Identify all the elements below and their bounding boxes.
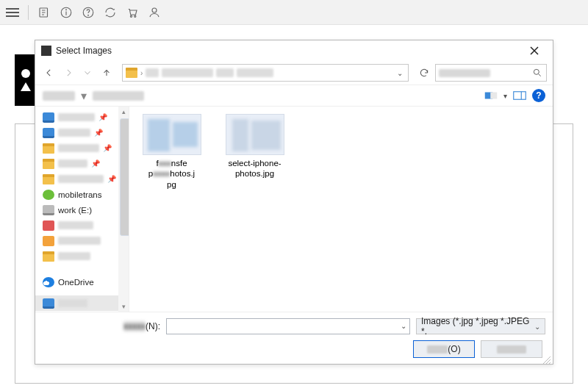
address-dropdown[interactable]: ⌄ <box>395 69 405 77</box>
file-list[interactable]: fxxxnsfepxxxxhotos.jpg select-iphone-pho… <box>129 107 553 312</box>
svg-rect-12 <box>514 92 526 100</box>
file-caption: select-iphone-photos.jpg <box>220 158 290 179</box>
dialog-titlebar: Select Images <box>35 40 553 61</box>
chevron-right-icon: › <box>140 69 143 77</box>
tree-item[interactable]: 📌 <box>35 171 129 187</box>
menu-icon[interactable] <box>6 8 19 17</box>
search-placeholder <box>439 69 490 77</box>
help-icon[interactable] <box>82 6 95 19</box>
file-caption: fxxxnsfepxxxxhotos.jpg <box>148 158 195 190</box>
command-item[interactable] <box>43 91 75 101</box>
svg-point-6 <box>130 15 132 17</box>
dialog-title: Select Images <box>56 46 112 56</box>
close-button[interactable] <box>522 42 547 60</box>
dialog-app-icon <box>41 46 51 56</box>
svg-point-7 <box>135 15 136 17</box>
tree-item[interactable] <box>35 248 129 264</box>
filter-dropdown-icon: ⌄ <box>534 323 540 331</box>
svg-rect-11 <box>490 93 497 99</box>
svg-point-5 <box>88 15 89 15</box>
file-dialog: Select Images › ⌄ ▾ ▾ <box>35 40 553 365</box>
filename-dropdown[interactable]: ⌄ <box>401 319 406 330</box>
filter-label: Images (*.jpg *.jpeg *.JPEG *. <box>421 316 534 337</box>
help-button[interactable]: ? <box>532 89 545 102</box>
refresh-button[interactable] <box>416 65 432 81</box>
svg-point-3 <box>66 9 67 10</box>
tree-item[interactable] <box>35 218 129 233</box>
tree-item-onedrive[interactable]: OneDrive <box>35 274 129 290</box>
folder-icon <box>126 68 137 78</box>
tree-item-selected[interactable] <box>35 295 129 311</box>
file-item[interactable]: select-iphone-photos.jpg <box>220 114 290 190</box>
file-thumbnail <box>143 114 201 155</box>
tree-item[interactable] <box>35 233 129 248</box>
tree-item[interactable]: 📌 <box>35 110 129 125</box>
tree-item[interactable]: 📌 <box>35 140 129 156</box>
info-icon[interactable] <box>60 6 73 19</box>
address-segment <box>146 68 159 77</box>
forward-button[interactable] <box>60 65 76 81</box>
tree-item-mobiletrans[interactable]: mobiletrans📌 <box>35 187 129 202</box>
command-item[interactable] <box>93 91 144 101</box>
view-mode-icon[interactable] <box>484 90 498 101</box>
resize-grip[interactable] <box>542 354 551 362</box>
scroll-thumb[interactable] <box>120 118 129 236</box>
folder-tree[interactable]: 📌 📌 📌 📌 📌 mobiletrans📌 work (E:) OneDriv… <box>35 107 129 312</box>
cancel-button[interactable] <box>481 340 542 358</box>
tree-item[interactable]: 📌 <box>35 156 129 171</box>
address-bar[interactable]: › ⌄ <box>122 64 409 82</box>
user-icon[interactable] <box>148 6 161 19</box>
filename-label: xxxxx(N): <box>43 321 160 331</box>
address-segment <box>162 68 213 77</box>
side-badge <box>15 54 37 106</box>
search-input[interactable] <box>435 64 547 82</box>
app-toolbar <box>0 0 588 25</box>
scroll-up-icon[interactable]: ▴ <box>118 107 129 117</box>
up-button[interactable] <box>98 65 115 81</box>
open-button[interactable]: (O) <box>413 340 475 358</box>
tree-item-work-drive[interactable]: work (E:) <box>35 202 129 218</box>
preview-pane-icon[interactable] <box>513 90 526 101</box>
sync-icon[interactable] <box>104 6 117 19</box>
note-icon[interactable] <box>37 6 51 19</box>
file-thumbnail <box>226 114 284 155</box>
file-type-filter[interactable]: Images (*.jpg *.jpeg *.JPEG *. ⌄ <box>416 318 545 334</box>
scroll-down-icon[interactable]: ▾ <box>118 301 129 312</box>
tree-item[interactable] <box>35 311 129 312</box>
recent-dropdown[interactable] <box>79 65 96 81</box>
search-icon <box>532 68 542 80</box>
filename-input[interactable]: ⌄ <box>166 318 410 334</box>
file-item[interactable]: fxxxnsfepxxxxhotos.jpg <box>137 114 207 190</box>
address-segment <box>237 68 273 77</box>
cart-icon[interactable] <box>126 6 139 19</box>
tree-item[interactable]: 📌 <box>35 125 129 140</box>
back-button[interactable] <box>41 65 57 81</box>
svg-point-9 <box>534 69 539 74</box>
command-bar: ▾ ▾ ? <box>35 85 553 107</box>
address-segment <box>216 68 234 77</box>
dialog-navbar: › ⌄ <box>35 61 553 85</box>
sidebar-scrollbar[interactable]: ▴ ▾ <box>118 107 129 312</box>
svg-point-8 <box>152 8 157 12</box>
view-dropdown[interactable]: ▾ <box>503 92 507 100</box>
dialog-footer: xxxxx(N): ⌄ Images (*.jpg *.jpeg *.JPEG … <box>35 312 553 364</box>
toolbar-divider <box>28 5 29 20</box>
